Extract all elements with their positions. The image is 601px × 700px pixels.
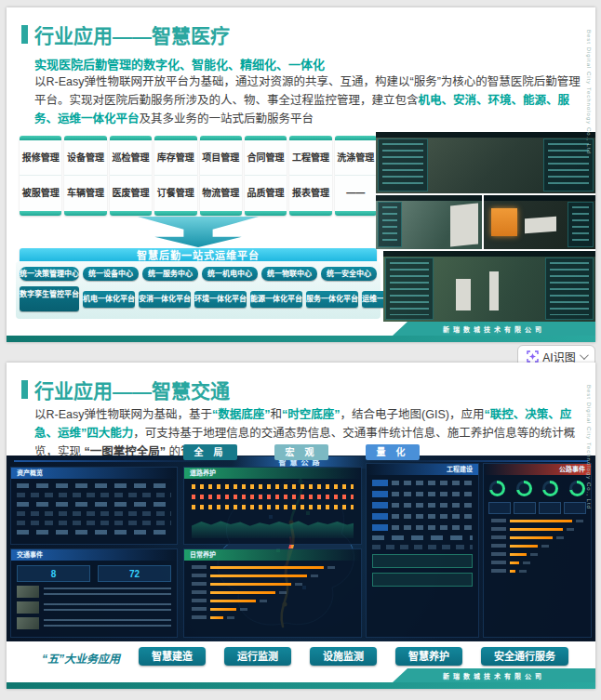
view-mode-buttons: 全 局 宏 观 量 化 — [183, 444, 420, 460]
app-button: 设施监测 — [310, 647, 377, 666]
module-cell: 报修管理 — [20, 140, 61, 176]
module-cell: —— — [335, 176, 377, 211]
faux-stat-boxes — [488, 502, 586, 514]
slide-smart-traffic: 行业应用——智慧交通 以R-Easy弹性物联网为基础，基于“数据底座”和“时空底… — [7, 363, 595, 689]
faux-list-row — [372, 491, 473, 497]
footer-stripe — [7, 682, 595, 689]
platform-tile: 机电一体化平台 — [83, 291, 135, 308]
platform-tile: 能源一体化平台 — [250, 291, 302, 308]
center-pill: 统一机电中心 — [202, 267, 258, 281]
business-apps-row: 智慧建造 运行监测 设施监测 智慧养护 安全通行服务 — [139, 647, 568, 666]
slide1-title: 行业应用——智慧医疗 — [34, 20, 230, 48]
vertical-watermark: Best Digital City Technology Co., Ltd — [586, 30, 592, 154]
ring-gauge — [569, 481, 585, 496]
slide1-title-row: 行业应用——智慧医疗 — [21, 20, 230, 48]
body-highlight: “数据底座” — [212, 408, 271, 421]
building-detail-screenshot — [376, 195, 482, 249]
panel-road-events: 公路事件 — [483, 463, 592, 638]
event-thumbnail — [17, 601, 39, 614]
document-viewer: 行业应用——智慧医疗 实现医院后勤管理的数字化、智能化、精细化、一体化 以R-E… — [0, 0, 601, 700]
faux-area-chart — [192, 510, 354, 538]
faux-dot-row — [192, 505, 354, 509]
campus-overview-screenshot — [383, 251, 595, 322]
faux-row — [17, 511, 171, 516]
faux-row — [372, 545, 473, 549]
module-cell: 报表管理 — [289, 176, 331, 211]
body-segment: 及其多业务的一站式后勤服务平台 — [140, 112, 314, 125]
panel-road-maintenance: 道路养护 — [183, 467, 362, 545]
module-cell: 洗涤管理 — [335, 140, 377, 176]
faux-bar-row — [192, 615, 354, 619]
faux-bar-row — [491, 544, 583, 548]
faux-row — [372, 535, 473, 540]
title-accent-bar — [21, 380, 28, 399]
screenshot-header — [376, 195, 482, 201]
faux-bar-row — [491, 519, 583, 522]
ring-gauge — [542, 481, 558, 496]
module-cell: 订餐管理 — [154, 176, 196, 211]
module-column: 合同管理品质管理 — [245, 136, 287, 216]
body-segment: 以R-Easy弹性物联网为基础，基于 — [34, 408, 212, 421]
module-column: 设备管理车辆管理 — [64, 136, 106, 216]
panel-header: 交通事件 — [11, 549, 177, 561]
module-cell: 品质管理 — [245, 176, 287, 211]
traffic-dashboard-screenshot: 智慧公路 资产概览 道路养护 交通事件 8 — [7, 456, 595, 641]
body-highlight: “时空底座” — [282, 408, 341, 421]
panel-header: 道路养护 — [184, 468, 361, 479]
module-cell: 巡检管理 — [110, 140, 152, 176]
faux-list-row — [372, 524, 473, 531]
company-footer-band: 新瑞数城技术有限公司 — [393, 668, 595, 682]
faux-row — [17, 493, 171, 497]
cap — [200, 211, 242, 216]
cap — [245, 211, 287, 216]
platform-tile: 服务一体化平台 — [306, 291, 358, 308]
faux-row — [44, 588, 171, 597]
module-column: 项目管理物流管理 — [200, 136, 242, 216]
faux-row — [17, 483, 171, 488]
title-accent-bar — [21, 25, 28, 44]
screenshot-header — [383, 251, 595, 257]
building-shape — [456, 279, 471, 310]
module-cell: 物流管理 — [200, 176, 242, 211]
panel-header: 公路事件 — [484, 464, 591, 475]
event-list-item — [17, 601, 171, 614]
stat-today: 8 — [17, 565, 90, 582]
hud-panel — [568, 202, 594, 247]
panel-construction: 工程建设 — [366, 463, 479, 638]
center-pill: 统一物联中心 — [261, 267, 317, 281]
cap — [154, 211, 196, 216]
cap — [20, 211, 61, 216]
event-list-item — [17, 586, 171, 598]
highlighted-building — [491, 208, 517, 236]
faux-bar-row — [491, 552, 583, 556]
cap — [335, 211, 377, 216]
building-shape — [525, 217, 556, 233]
faux-bar-row — [192, 590, 354, 594]
ring-gauge — [516, 481, 532, 496]
faux-bar-row — [192, 582, 354, 586]
module-column: 库存管理订餐管理 — [154, 136, 196, 216]
cap — [289, 211, 331, 216]
hospital-campus-screenshot — [376, 132, 595, 193]
building-shape — [489, 271, 499, 310]
view-button-global: 全 局 — [183, 444, 237, 460]
app-button: 智慧养护 — [395, 647, 462, 666]
screenshot-header — [376, 132, 595, 138]
module-cell: 库存管理 — [154, 140, 196, 176]
module-cell: 合同管理 — [245, 140, 287, 176]
faux-dot-row — [192, 495, 354, 499]
faux-row — [17, 502, 171, 507]
cap — [110, 211, 152, 216]
module-column: 洗涤管理—— — [335, 136, 377, 216]
module-cell: 工程管理 — [289, 140, 331, 176]
app-button: 智慧建造 — [139, 647, 206, 666]
center-pill: 统一安全中心 — [321, 267, 377, 281]
faux-list-row — [372, 502, 473, 508]
faux-bar-row — [491, 561, 583, 564]
footer-stripe — [7, 336, 595, 342]
panel-traffic-events: 交通事件 8 72 — [10, 548, 178, 638]
event-thumbnail — [17, 617, 39, 629]
panel-header: 资产概览 — [11, 468, 177, 479]
module-cell: 医废管理 — [110, 176, 152, 211]
hud-panel — [378, 202, 402, 247]
